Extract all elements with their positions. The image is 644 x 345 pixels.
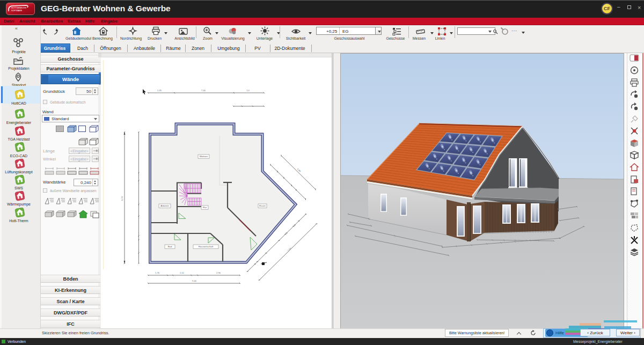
svg-text:1,76: 1,76 [155,271,160,274]
svg-text:Wohnen: Wohnen [200,155,208,158]
svg-text:9,74: 9,74 [121,196,123,201]
svg-text:7,40: 7,40 [201,89,206,92]
svg-text:Arbeiten: Arbeiten [160,204,169,207]
svg-text:4,30: 4,30 [297,167,302,173]
svg-text:1,51: 1,51 [180,271,185,274]
svg-text:SOFTWARE: SOFTWARE [11,10,23,12]
svg-text:Bad: Bad [168,245,172,248]
svg-text:7,50: 7,50 [287,247,292,252]
svg-text:1,35: 1,35 [157,89,162,92]
svg-text:9,40: 9,40 [192,280,197,282]
svg-text:Hauswirtschaft: Hauswirtschaft [199,245,214,248]
svg-text:2,96: 2,96 [216,271,221,274]
svg-text:Flur: Flur [203,206,207,209]
svg-text:HOTTGENROTH: HOTTGENROTH [11,7,26,9]
svg-text:Essen: Essen [259,204,266,207]
svg-text:1,0: 1,0 [246,89,250,92]
